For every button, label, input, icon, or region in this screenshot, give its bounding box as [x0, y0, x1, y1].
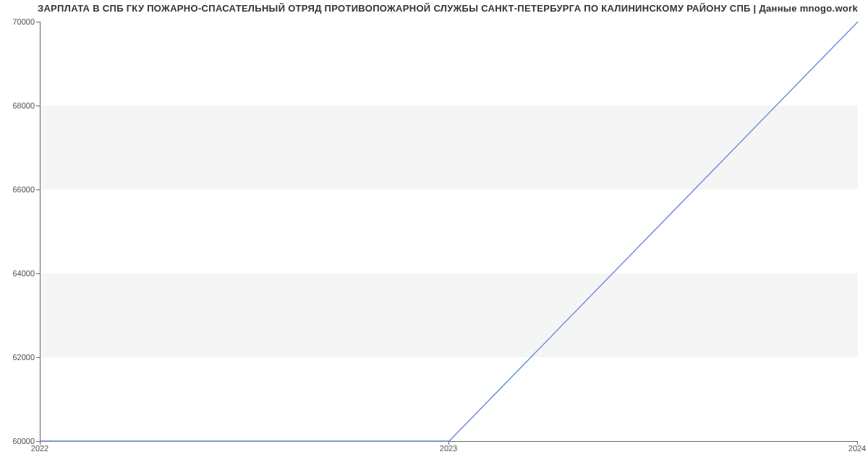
x-tick [857, 441, 858, 445]
x-tick-label: 2024 [848, 444, 866, 453]
chart-title: ЗАРПЛАТА В СПБ ГКУ ПОЖАРНО-СПАСАТЕЛЬНЫЙ … [38, 3, 858, 14]
plot-area [40, 22, 858, 442]
y-tick-label: 70000 [6, 17, 35, 26]
y-tick [36, 106, 40, 106]
x-tick-label: 2023 [440, 444, 457, 453]
y-tick [36, 273, 40, 274]
y-tick-label: 68000 [6, 101, 35, 110]
y-tick-label: 64000 [6, 269, 35, 278]
y-tick-label: 62000 [6, 353, 35, 362]
x-tick [448, 441, 449, 445]
salary-line-chart: ЗАРПЛАТА В СПБ ГКУ ПОЖАРНО-СПАСАТЕЛЬНЫЙ … [0, 0, 868, 470]
data-line [41, 22, 858, 441]
x-tick [40, 441, 41, 445]
line-series [41, 22, 858, 441]
y-tick [36, 189, 40, 190]
y-tick [36, 22, 40, 22]
y-tick-label: 66000 [6, 185, 35, 194]
x-tick-label: 2022 [31, 444, 48, 453]
y-tick [36, 357, 40, 358]
